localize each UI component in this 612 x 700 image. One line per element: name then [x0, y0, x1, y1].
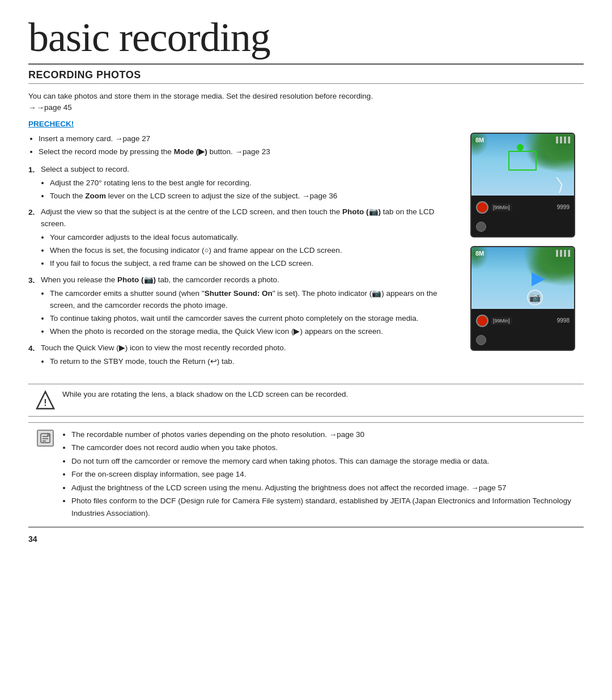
- note-item-3: Do not turn off the camcorder or remove …: [71, 455, 577, 468]
- cam1-time-display: [99Min]: [491, 203, 512, 211]
- step-1: 1. Select a subject to record. Adjust th…: [28, 164, 459, 203]
- precheck-item-2: Select the record mode by pressing the M…: [39, 146, 459, 158]
- note-icon-inner: [37, 430, 54, 447]
- cam1-record-button: [476, 201, 488, 214]
- steps-list: 1. Select a subject to record. Adjust th…: [28, 164, 459, 369]
- note-list: The recordable number of photos varies d…: [71, 429, 577, 521]
- page-wrapper: basic recording RECORDING PHOTOS You can…: [0, 0, 612, 550]
- step-1-bullet-2: Touch the Zoom lever on the LCD screen t…: [50, 190, 459, 202]
- warning-triangle-icon: !: [35, 390, 56, 410]
- cam2-battery-icon: ▐▐▐▐: [554, 250, 570, 256]
- step-3-num: 3.: [28, 274, 37, 287]
- step-3-bullet-2: To continue taking photos, wait until th…: [50, 313, 459, 325]
- warning-box: ! While you are rotating the lens, a bla…: [28, 384, 584, 417]
- step-2: 2. Adjust the view so that the subject i…: [28, 206, 459, 271]
- intro-page-ref: →page 45: [37, 103, 72, 112]
- step-2-bullet-3: If you fail to focus the subject, a red …: [50, 258, 459, 270]
- step-4-num: 4.: [28, 342, 37, 355]
- step-1-bullet-1: Adjust the 270° rotating lens to the bes…: [50, 177, 459, 189]
- note-item-2: The camcorder does not record audio when…: [71, 442, 577, 454]
- step-2-bullet-1: Your camcorder adjusts to the ideal focu…: [50, 232, 459, 244]
- step-3-text: When you release the Photo (📷) tab, the …: [41, 275, 279, 284]
- note-item-6: Photo files conform to the DCF (Design r…: [71, 495, 577, 519]
- cam1-battery-icon: ▐▐▐▐: [554, 137, 570, 143]
- note-item-1: The recordable number of photos varies d…: [71, 429, 577, 441]
- cam2-record-button: [476, 315, 488, 327]
- step-3-bullet-3: When the photo is recorded on the storag…: [50, 326, 459, 338]
- warning-text: While you are rotating the lens, a black…: [62, 390, 348, 398]
- step-4-text: Touch the Quick View (▶) icon to view th…: [41, 343, 286, 352]
- cam2-small-btn-1: [476, 335, 486, 345]
- step-3-bullets: The camcorder emits a shutter sound (whe…: [50, 288, 459, 338]
- camera-screen-1: 8M ▐▐▐▐ 〉 [99Min] 9999: [470, 133, 575, 237]
- step-3: 3. When you release the Photo (📷) tab, t…: [28, 274, 459, 339]
- step-4-bullets: To return to the STBY mode, touch the Re…: [50, 356, 459, 368]
- images-column: 8M ▐▐▐▐ 〉 [99Min] 9999: [470, 133, 584, 374]
- step-3-bullet-1: The camcorder emits a shutter sound (whe…: [50, 288, 459, 312]
- cam1-small-btn-1: [476, 222, 486, 232]
- step-4: 4. Touch the Quick View (▶) icon to view…: [28, 342, 459, 369]
- step-2-num: 2.: [28, 206, 37, 219]
- content-area: Insert a memory card. →page 27 Select th…: [28, 133, 584, 374]
- precheck-list: Insert a memory card. →page 27 Select th…: [39, 133, 459, 158]
- precheck-item-1: Insert a memory card. →page 27: [39, 133, 459, 145]
- svg-text:!: !: [44, 398, 46, 408]
- cam2-time-display: [99Min]: [491, 317, 512, 325]
- cam1-focus-rect: [508, 151, 537, 171]
- cam2-count-display: 9998: [557, 317, 570, 324]
- cam1-8m-badge: 8M: [475, 137, 484, 143]
- note-icon: [35, 429, 56, 447]
- step-2-bullets: Your camcorder adjusts to the ideal focu…: [50, 232, 459, 270]
- intro-text: You can take photos and store them in th…: [28, 91, 584, 114]
- page-number: 34: [28, 534, 37, 544]
- cam2-blue-arrow: ▶: [532, 267, 546, 289]
- step-2-bullet-2: When the focus is set, the focusing indi…: [50, 245, 459, 257]
- cam1-bottom-controls: [471, 222, 574, 232]
- cam1-af-dot: [517, 144, 524, 151]
- page-big-title: basic recording: [28, 17, 584, 65]
- step-1-text: Select a subject to record.: [41, 165, 129, 173]
- note-item-4: For the on-screen display information, s…: [71, 468, 577, 481]
- cam1-controls: [99Min] 9999: [471, 201, 574, 214]
- cam2-8m-badge: 8M: [475, 250, 484, 257]
- cam2-camera-icon: 📷: [527, 290, 543, 306]
- step-1-bullets: Adjust the 270° rotating lens to the bes…: [50, 177, 459, 202]
- step-2-text: Adjust the view so that the subject is a…: [41, 207, 435, 228]
- note-item-5: Adjust the brightness of the LCD screen …: [71, 482, 577, 494]
- note-box: The recordable number of photos varies d…: [28, 422, 584, 528]
- cam2-bottom-controls: [471, 335, 574, 345]
- text-column: Insert a memory card. →page 27 Select th…: [28, 133, 470, 374]
- cam2-controls: [99Min] 9998: [471, 315, 574, 327]
- camera-screen-2: 8M ▐▐▐▐ ▶ 📷 [99Min] 9998: [470, 246, 575, 351]
- section-heading: RECORDING PHOTOS: [28, 69, 584, 84]
- precheck-link[interactable]: PRECHECK!: [28, 120, 74, 128]
- cam1-count-display: 9999: [557, 204, 570, 210]
- step-1-num: 1.: [28, 164, 37, 176]
- step-4-bullet-1: To return to the STBY mode, touch the Re…: [50, 356, 459, 368]
